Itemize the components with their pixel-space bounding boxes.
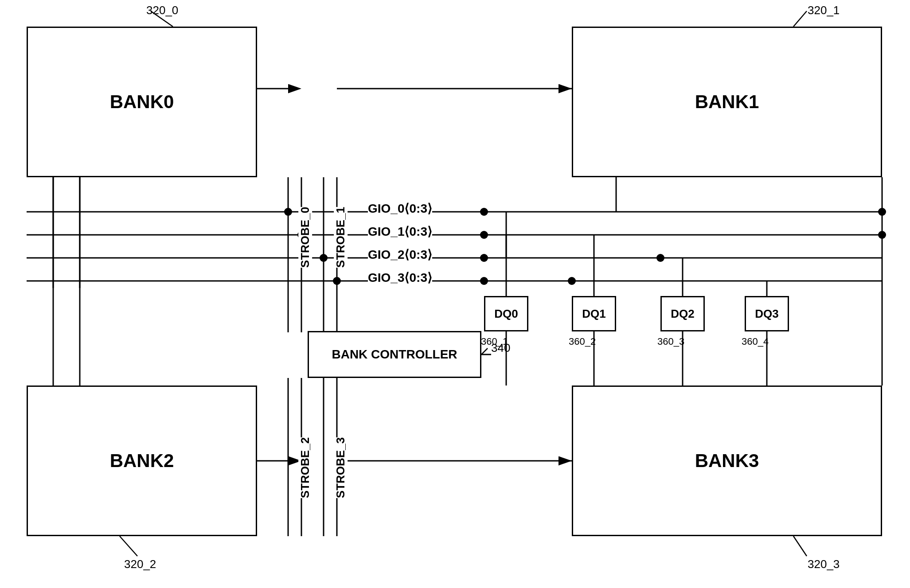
dq1-label: DQ1 <box>582 307 605 321</box>
strobe-2-label: STROBE_2 <box>298 437 312 498</box>
dq1-block: DQ1 <box>572 296 616 331</box>
bank-controller-block: BANK CONTROLLER <box>308 331 481 378</box>
ref-360-1: 360_1 <box>481 336 508 347</box>
ref-320-3: 320_3 <box>808 557 840 571</box>
ref-320-1: 320_1 <box>808 4 840 17</box>
strobe-0-label: STROBE_0 <box>298 207 312 268</box>
ref-360-3: 360_3 <box>657 336 684 347</box>
bank1-block: BANK1 <box>572 27 882 177</box>
diagram: BANK0 BANK1 BANK2 BANK3 BANK CONTROLLER … <box>0 0 910 588</box>
ref-360-4: 360_4 <box>742 336 769 347</box>
gio0-label: GIO_0⟨0:3⟩ <box>368 201 432 216</box>
gio2-label: GIO_2⟨0:3⟩ <box>368 247 432 262</box>
bank3-label: BANK3 <box>695 450 759 471</box>
strobe-1-label: STROBE_1 <box>334 207 348 268</box>
svg-point-16 <box>284 208 292 216</box>
ref-320-0: 320_0 <box>146 4 178 17</box>
dq0-block: DQ0 <box>484 296 528 331</box>
svg-point-34 <box>568 277 576 285</box>
dq0-label: DQ0 <box>494 307 518 321</box>
svg-line-59 <box>481 348 488 354</box>
strobe-3-label: STROBE_3 <box>334 437 348 498</box>
dq2-block: DQ2 <box>660 296 705 331</box>
bank0-label: BANK0 <box>110 91 174 113</box>
ref-360-2: 360_2 <box>569 336 596 347</box>
svg-line-56 <box>793 11 807 27</box>
dq2-label: DQ2 <box>671 307 694 321</box>
svg-line-57 <box>120 536 137 556</box>
bank2-label: BANK2 <box>110 450 174 471</box>
gio1-label: GIO_1⟨0:3⟩ <box>368 224 432 239</box>
bank1-label: BANK1 <box>695 91 759 113</box>
bank2-block: BANK2 <box>27 386 257 536</box>
dq3-block: DQ3 <box>745 296 789 331</box>
dq3-label: DQ3 <box>755 307 778 321</box>
svg-point-31 <box>333 277 341 285</box>
svg-line-58 <box>793 536 807 556</box>
ref-320-2: 320_2 <box>124 557 156 571</box>
bank3-block: BANK3 <box>572 386 882 536</box>
svg-point-26 <box>320 254 328 262</box>
bank-controller-label: BANK CONTROLLER <box>332 347 457 362</box>
bank0-block: BANK0 <box>27 27 257 177</box>
gio3-label: GIO_3⟨0:3⟩ <box>368 270 432 285</box>
svg-point-29 <box>656 254 664 262</box>
